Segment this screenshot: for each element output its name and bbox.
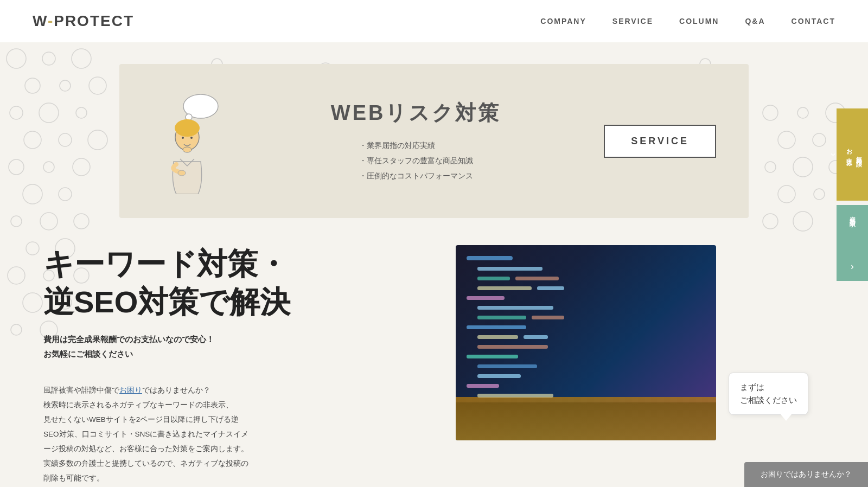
free-consult-text: 無料相談お申込み	[845, 144, 864, 165]
svg-point-58	[178, 170, 186, 176]
logo-text: W	[33, 12, 48, 29]
hero-bullet-1: ・業界屈指の対応実績	[359, 138, 473, 153]
header: W-PROTECT COMPANY SERVICE COLUMN Q&A CON…	[0, 0, 868, 42]
materials-arrow-icon: ›	[851, 259, 854, 274]
svg-point-57	[183, 147, 192, 152]
materials-request-button[interactable]: 資料請求 ›	[837, 205, 868, 281]
free-consultation-button[interactable]: 無料相談お申込み ›	[837, 108, 868, 201]
svg-rect-73	[467, 355, 518, 358]
hero-right: SERVICE	[604, 125, 716, 158]
hero-title: WEBリスク対策	[250, 99, 582, 127]
body-text: 風評被害や誹謗中傷でお困りではありませんか？ 検索時に表示されるネガティブなキー…	[43, 383, 423, 485]
main-content: WEBリスク対策 ・業界屈指の対応実績 ・専任スタッフの豊富な商品知識 ・圧倒的…	[0, 64, 868, 485]
laptop-image	[456, 245, 716, 440]
svg-rect-72	[477, 345, 548, 349]
main-nav: COMPANY SERVICE COLUMN Q&A CONTACT	[540, 17, 835, 25]
svg-point-1	[42, 52, 55, 65]
svg-rect-77	[477, 394, 553, 398]
svg-point-54	[175, 119, 200, 137]
chat-bubble: まずは ご相談ください	[729, 373, 808, 415]
svg-rect-69	[467, 325, 526, 329]
svg-rect-61	[477, 277, 510, 280]
svg-rect-60	[477, 267, 542, 271]
headline-line2: 逆SEO対策で解決	[43, 285, 290, 319]
svg-rect-64	[537, 286, 564, 290]
trouble-bar: お困りではありませんか？	[744, 462, 868, 487]
service-button[interactable]: SERVICE	[604, 125, 716, 158]
hero-banner: WEBリスク対策 ・業界屈指の対応実績 ・専任スタッフの豊富な商品知識 ・圧倒的…	[119, 64, 749, 218]
main-headline: キーワード対策・ 逆SEO対策で解決	[43, 245, 423, 321]
svg-rect-68	[532, 316, 564, 319]
svg-rect-66	[477, 306, 553, 310]
sub-line2: お気軽にご相談ください	[43, 347, 423, 361]
svg-rect-71	[524, 335, 548, 339]
sub-line1: 費用は完全成果報酬でのお支払いなので安心！	[43, 332, 423, 347]
right-image: まずは ご相談ください	[456, 245, 716, 440]
svg-rect-65	[467, 296, 505, 300]
nav-column[interactable]: COLUMN	[679, 17, 719, 25]
logo-protect: PROTECT	[54, 12, 134, 29]
svg-rect-62	[515, 277, 559, 280]
svg-rect-59	[467, 256, 513, 260]
nav-company[interactable]: COMPANY	[540, 17, 586, 25]
hero-center: WEBリスク対策 ・業界屈指の対応実績 ・専任スタッフの豊富な商品知識 ・圧倒的…	[228, 99, 604, 183]
chat-line1: まずは	[740, 382, 764, 392]
sub-headline: 費用は完全成果報酬でのお支払いなので安心！ お気軽にご相談ください	[43, 332, 423, 361]
chat-line2: ご相談ください	[740, 395, 797, 405]
hero-illustration	[152, 86, 228, 196]
svg-point-55	[182, 137, 184, 139]
highlight-text: お困り	[119, 386, 142, 394]
svg-rect-76	[467, 384, 499, 388]
hero-bullet-3: ・圧倒的なコストパフォーマンス	[359, 168, 473, 183]
svg-rect-70	[477, 335, 518, 339]
nav-contact[interactable]: CONTACT	[792, 17, 835, 25]
svg-point-56	[190, 137, 193, 139]
lower-section: キーワード対策・ 逆SEO対策で解決 費用は完全成果報酬でのお支払いなので安心！…	[0, 245, 868, 485]
svg-rect-75	[477, 374, 521, 378]
logo[interactable]: W-PROTECT	[33, 12, 134, 30]
side-buttons: 無料相談お申込み › 資料請求 ›	[837, 108, 868, 281]
headline-line1: キーワード対策・	[43, 247, 288, 281]
svg-rect-74	[477, 364, 537, 368]
hero-bullet-2: ・専任スタッフの豊富な商品知識	[359, 153, 473, 168]
hero-bullets: ・業界屈指の対応実績 ・専任スタッフの豊富な商品知識 ・圧倒的なコストパフォーマ…	[359, 138, 473, 183]
consult-arrow-icon: ›	[826, 153, 841, 156]
svg-rect-63	[477, 286, 532, 290]
nav-service[interactable]: SERVICE	[612, 17, 653, 25]
materials-text: 資料請求	[847, 212, 857, 218]
svg-rect-67	[477, 316, 526, 319]
left-content: キーワード対策・ 逆SEO対策で解決 費用は完全成果報酬でのお支払いなので安心！…	[43, 245, 423, 485]
nav-qa[interactable]: Q&A	[745, 17, 765, 25]
